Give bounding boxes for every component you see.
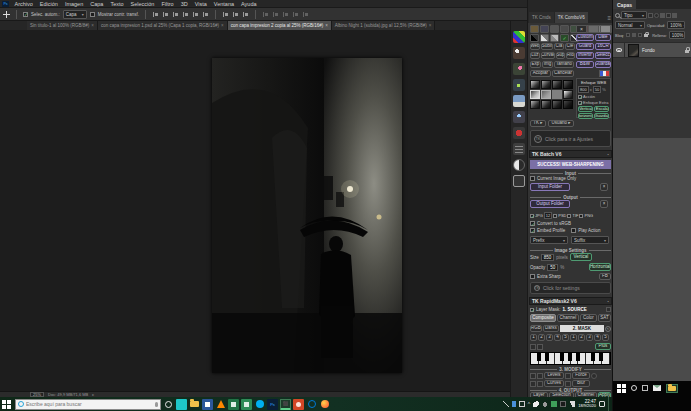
document-tab-2[interactable]: con capa impresion 1.psd al 25% (Capa 1 … [98,21,228,30]
exp-button[interactable]: Exp [530,61,541,68]
excel-icon[interactable] [228,399,239,410]
layer-name[interactable]: Fondo [642,48,655,53]
tk-eagle-panel-icon-2[interactable] [513,63,525,75]
filter-pixel-layers-icon[interactable] [648,13,653,18]
volume-tray-icon[interactable] [569,401,575,407]
force-button[interactable]: Force [572,372,590,379]
mask-view-icon[interactable] [588,25,599,33]
suffix-dropdown[interactable]: Suffix [571,236,609,244]
auto-select-dropdown[interactable]: Capa [63,10,87,19]
darks-button[interactable]: Darks [543,325,559,332]
3d-mode-icon-5[interactable] [302,11,309,18]
start-button[interactable] [617,384,626,393]
guard-button[interactable]: Guard [576,43,594,50]
cla-button[interactable]: Cla [554,43,564,50]
output-folder-clear-button[interactable]: × [600,200,608,208]
search-input[interactable] [26,401,153,407]
onenote-icon[interactable] [176,399,187,410]
prefix-dropdown[interactable]: Prefix [530,236,568,244]
menu-vista[interactable]: Vista [191,1,210,7]
document-canvas-image[interactable] [212,58,402,373]
file-explorer-icon[interactable] [189,399,200,410]
distribute-v-icon[interactable] [232,11,239,18]
tk-landscape-panel-icon[interactable] [513,95,525,107]
tk-eagle-panel-icon-3[interactable] [513,79,525,91]
align-center-h-icon[interactable] [162,11,169,18]
close-icon[interactable]: × [429,23,432,28]
filter-smart-objects-icon[interactable] [672,13,677,18]
channel-source-button[interactable]: Channel [557,314,579,322]
skype-icon[interactable] [254,399,265,410]
3d-mode-icon-2[interactable] [272,11,279,18]
clear-icon[interactable]: × [576,25,587,33]
close-icon[interactable]: × [221,23,224,28]
usuario-menu-button[interactable]: Usuario ▸ [548,120,574,127]
blur-button[interactable]: Blur [572,380,590,387]
tab-tk-combo[interactable]: TK ComboV6 [555,12,588,23]
open-folder-icon[interactable] [530,25,539,33]
channel-view-icon[interactable] [600,25,611,33]
pen-tray-icon[interactable] [503,401,509,407]
zone-toggle-icon-2[interactable] [537,344,543,350]
piano-black-key[interactable] [568,353,572,361]
layer-mask-checkbox[interactable] [530,308,534,312]
document-tab-3-active[interactable]: con capa impresion 2 copia al 25% (RGB/1… [228,21,332,30]
mic-icon[interactable] [155,402,158,407]
zone-5-lights-button[interactable]: 5 [602,334,609,341]
jpg-quality-field[interactable]: 12 [544,212,552,219]
color-source-button[interactable]: Color [580,314,597,322]
img-button[interactable]: Img [542,61,553,68]
mask-thumbnail[interactable] [541,90,551,99]
menu-ventana[interactable]: Ventana [210,1,237,7]
png-checkbox[interactable] [579,214,583,218]
mask-thumbnail[interactable] [552,100,562,109]
cortana-taskbar-icon[interactable] [163,399,174,410]
tab-capas[interactable]: Capas [613,0,636,9]
adjustments-hint-box[interactable]: TK Click para ir a Ajustes [530,130,611,147]
mask-thumbnail[interactable] [541,100,551,109]
mask-thumbnail[interactable] [530,90,540,99]
custom-button[interactable]: Custom [576,34,594,41]
zone-4-darks-button[interactable]: 4 [554,334,561,341]
tk-eagle-panel-icon-4[interactable] [513,111,525,123]
eye-icon[interactable] [616,48,622,52]
canvas-area[interactable] [0,30,510,391]
dark-app-tray-icon[interactable] [560,401,566,407]
enfoque-extra-checkbox[interactable] [578,101,582,105]
black-brush-icon[interactable] [530,34,539,42]
bw-button[interactable]: B&W [576,61,594,68]
batch-horizontal-button[interactable]: Horizontal [589,263,611,271]
layer-visibility-cell[interactable] [613,42,625,58]
white-brush-icon[interactable] [540,34,549,42]
lock-transparency-icon[interactable] [626,33,630,37]
edge-icon[interactable] [306,399,317,410]
embed-profile-checkbox[interactable] [530,228,535,233]
align-left-edges-icon[interactable] [152,11,159,18]
subir-button[interactable]: Subir [541,43,553,50]
start-button[interactable] [2,400,11,409]
file-explorer-icon[interactable] [666,384,678,393]
rgb-button[interactable]: RGB [530,325,542,332]
adjust-panel-icon[interactable] [513,143,525,155]
document-tab-4[interactable]: Albino Night 1 (subida).jpg al 12,5% (RG… [332,21,435,30]
sat-source-button[interactable]: SAT [598,314,611,322]
fb-button[interactable]: FB [599,273,611,280]
menu-capa[interactable]: Capa [87,1,107,7]
lock-image-icon[interactable] [632,33,636,37]
16cr-button[interactable]: 16CR [595,43,611,50]
record-panel-icon[interactable] [513,127,525,139]
photoshop-active-icon[interactable]: ⬛ [280,399,291,410]
mask-thumbnail[interactable] [563,100,573,109]
modify-icon-7[interactable] [565,381,571,387]
output-folder-button[interactable]: Output Folder [530,200,570,208]
clock[interactable]: 22:47 18/9/2020 [578,399,596,409]
photoshop-icon[interactable]: Ps [267,399,278,410]
menu-texto[interactable]: Texto [107,1,127,7]
extra-sharp-checkbox[interactable] [530,274,535,279]
modify-icon-5[interactable] [530,381,536,387]
modify-icon-2[interactable] [537,373,543,379]
move-tool-icon[interactable] [3,11,10,18]
filter-adjustment-layers-icon[interactable] [654,13,659,18]
distribute-h-icon[interactable] [222,11,229,18]
escala-button[interactable]: Escala [594,106,609,112]
